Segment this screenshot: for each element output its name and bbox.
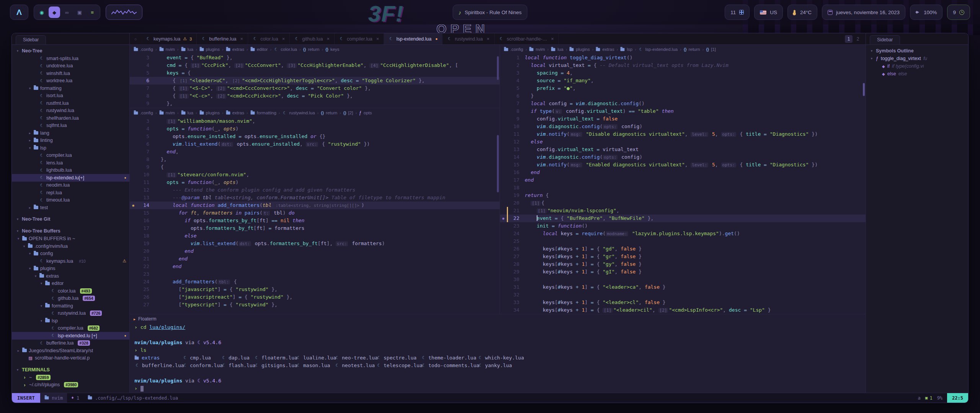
code-line[interactable]: 26 keys[#keys + 1] = { "gd", false } [500, 245, 866, 253]
tree-item[interactable]: ☾color.lua#493 [12, 287, 129, 295]
editor-tab[interactable]: ☾color.lua× [248, 33, 290, 44]
breadcrumb-item[interactable]: {}[2] [343, 111, 353, 115]
code-line[interactable]: 8 if type(v: config.virtual_text) == "ta… [500, 107, 866, 115]
scrollbar-handle[interactable] [497, 135, 499, 192]
terminals-section-header[interactable]: ▾ TERMINALS [12, 366, 129, 374]
tree-item[interactable]: ☾timeout.lua [12, 197, 129, 204]
symbols-outline-header[interactable]: ▾ Symbols Outline [866, 47, 968, 55]
code-line[interactable]: 18 [500, 184, 866, 192]
code-line[interactable]: 3 event = { "BufRead" }, [130, 54, 500, 62]
editor-tab[interactable]: ☾scrollbar-handle-…× [495, 33, 559, 44]
code-line[interactable]: 31 keys[#keys + 1] = { "<leader>ca", fal… [500, 283, 866, 291]
tab-close-button[interactable]: × [487, 36, 490, 42]
tab-close-button[interactable]: × [240, 36, 243, 42]
breadcrumb-item[interactable]: editor [250, 47, 268, 52]
code-line[interactable]: 12 --- Extend the conform plugin config … [130, 186, 500, 194]
tree-item[interactable]: ☾github.lua#654 [12, 295, 129, 302]
code-line[interactable]: 20 end [130, 247, 500, 255]
tree-item[interactable]: ☾rustfmt.lua [12, 99, 129, 107]
breadcrumb-item[interactable]: {}return [303, 47, 320, 52]
code-line[interactable]: 24 local keys = require(modname: "lazyvi… [500, 230, 866, 237]
outline-item[interactable]: ◆ifif type(config.vi [866, 62, 968, 70]
code-line[interactable]: 17end [500, 176, 866, 184]
code-line[interactable]: 17 opts.formatters_by_ft[ft] = formatter… [130, 224, 500, 232]
code-line[interactable]: 8 }, [130, 156, 500, 163]
temperature-widget[interactable]: 24°C [787, 5, 817, 20]
breadcrumb-item[interactable]: .config [504, 47, 523, 52]
outline-item[interactable]: ◆elseelse [866, 70, 968, 78]
code-area[interactable]: 3 [1]"williamboman/mason.nvim",4 opts = … [130, 117, 500, 314]
code-line[interactable]: 25 [500, 237, 866, 245]
tree-item[interactable]: ☾shellharden.lua [12, 114, 129, 122]
tree-item[interactable]: ☾compiler.lua [12, 152, 129, 159]
editor-tab[interactable]: ☾lsp-extended.lua● [384, 33, 443, 44]
code-line[interactable]: 32 [500, 291, 866, 299]
breadcrumb-item[interactable]: extras [596, 47, 614, 52]
tree-item[interactable]: ☾lsp-extended.lu[+]● [12, 174, 129, 182]
neotree-git-section-header[interactable]: ▾ Neo-Tree Git [12, 215, 129, 223]
code-line[interactable]: 18 else [130, 232, 500, 240]
tabpage-button[interactable]: 2 [854, 35, 862, 43]
tree-item[interactable]: ▾OPEN BUFFERS in ~ [12, 235, 129, 243]
breadcrumb-item[interactable]: extras [226, 111, 244, 115]
code-line[interactable]: 25 ["javascript"] = { "rustywind" }, [130, 286, 500, 293]
keyboard-layout-widget[interactable]: US [754, 5, 783, 20]
code-line[interactable]: 28 keys[#keys + 1] = { "gy", false } [500, 260, 866, 268]
tree-item[interactable]: ☾lightbulb.lua [12, 167, 129, 174]
right-sidebar-title-tab[interactable]: Sidebar [870, 35, 900, 44]
code-line[interactable]: 5 opts.ensure_installed = opts.ensure_in… [130, 133, 500, 140]
code-line[interactable]: 22 end [130, 263, 500, 270]
workspace-5[interactable]: ≡ [87, 7, 98, 18]
code-line[interactable]: 29 keys[#keys + 1] = { "gI", false } [500, 268, 866, 276]
workspace-4[interactable]: ▣ [74, 7, 85, 18]
code-line[interactable]: ◉14 local function add_formatters(tbl :t… [130, 202, 500, 209]
tree-item[interactable]: ▸linting [12, 137, 129, 145]
scrollbar-handle[interactable] [863, 83, 865, 96]
code-line[interactable]: 9 { [130, 163, 500, 171]
code-line[interactable]: 16 end [500, 169, 866, 176]
editor-rustywind-lua[interactable]: .config›nvim›lua›plugins›extras›formatti… [130, 108, 500, 314]
tree-item[interactable]: ▾formatting [12, 85, 129, 92]
breadcrumb-item[interactable]: {}keys [325, 47, 339, 52]
tree-item[interactable]: ▾.config/nvim/lua [12, 242, 129, 250]
editor-color-lua[interactable]: .config›nvim›lua›plugins›extras›editor›☾… [130, 45, 500, 108]
tree-item[interactable]: ▨scrollbar-handle-vertical.p [12, 354, 129, 362]
code-line[interactable]: ◉22 event = { "BufReadPre", "BufNewFile"… [500, 215, 866, 222]
tree-item[interactable]: ☾isort.lua [12, 92, 129, 100]
launcher-button[interactable]: Λ [10, 5, 28, 20]
editor-tab[interactable]: ☾compiler.lua× [335, 33, 384, 44]
code-line[interactable]: 5 prefix = "●", [500, 85, 866, 92]
code-line[interactable]: 5 keys = { [130, 69, 500, 77]
code-line[interactable]: 26 ["javascriptreact"] = { "rustywind" }… [130, 293, 500, 301]
tree-item[interactable]: ☾lens.lua [12, 159, 129, 167]
code-line[interactable]: 3 [1]"williamboman/mason.nvim", [130, 117, 500, 125]
tree-item[interactable]: ☾repl.lua [12, 189, 129, 197]
date-widget[interactable]: jueves, noviembre 16, 2023 [822, 5, 905, 20]
neotree-section-header[interactable]: ▾ Neo-Tree [12, 47, 129, 55]
breadcrumb-item[interactable]: lsp [620, 47, 632, 52]
code-line[interactable]: 19 vim.list_extend(dst: opts.formatters_… [130, 240, 500, 247]
tree-item[interactable]: ▾editor [12, 280, 129, 288]
now-playing-widget[interactable]: ♪ Spiritbox - Rule Of Nines [452, 5, 527, 20]
breadcrumb-item[interactable]: extras [226, 47, 244, 52]
breadcrumb-item[interactable]: ☾color.lua [274, 47, 297, 52]
left-sidebar-title-tab[interactable]: Sidebar [16, 35, 46, 44]
code-line[interactable]: 2 local virtual_text = { -- Default virt… [500, 62, 866, 69]
tree-item[interactable]: ▸lang [12, 129, 129, 137]
code-line[interactable]: 30 [500, 276, 866, 283]
code-line[interactable]: 23 init = function() [500, 222, 866, 230]
code-line[interactable]: 10 vim.diagnostic.config(opts: config) [500, 123, 866, 130]
code-line[interactable]: 3 spacing = 4, [500, 69, 866, 77]
code-line[interactable]: 21 [1]"neovim/nvim-lspconfig", [500, 207, 866, 215]
tree-item[interactable]: ▸Juegos/Indies/SteamLibrary/st [12, 347, 129, 354]
code-line[interactable]: 4 cmd = { [1]"CccPick", [2]"CccConvert",… [130, 62, 500, 69]
tree-item[interactable]: ▸test [12, 204, 129, 211]
tree-item[interactable]: ▾extras [12, 272, 129, 280]
code-line[interactable]: 11 opts = function(_, opts) [130, 179, 500, 186]
tree-item[interactable]: ☾sqlfmt.lua [12, 122, 129, 130]
window-count-widget[interactable]: 11 [725, 5, 750, 20]
tree-item[interactable]: ☾worktree.lua [12, 77, 129, 85]
breadcrumb-item[interactable]: nvim [159, 47, 175, 52]
code-line[interactable]: 13 ---@param tbl table<string, conform.F… [130, 194, 500, 202]
volume-widget[interactable]: 100% [910, 5, 943, 20]
